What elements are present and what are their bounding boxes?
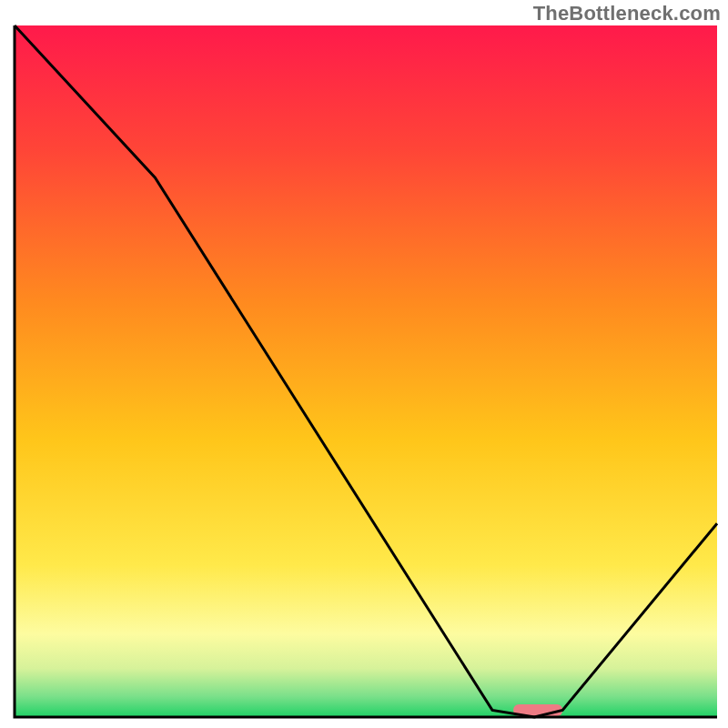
bottleneck-chart: TheBottleneck.com — [0, 0, 728, 728]
watermark-text: TheBottleneck.com — [533, 2, 721, 25]
plot-gradient-background — [15, 25, 717, 717]
chart-svg — [0, 0, 728, 728]
